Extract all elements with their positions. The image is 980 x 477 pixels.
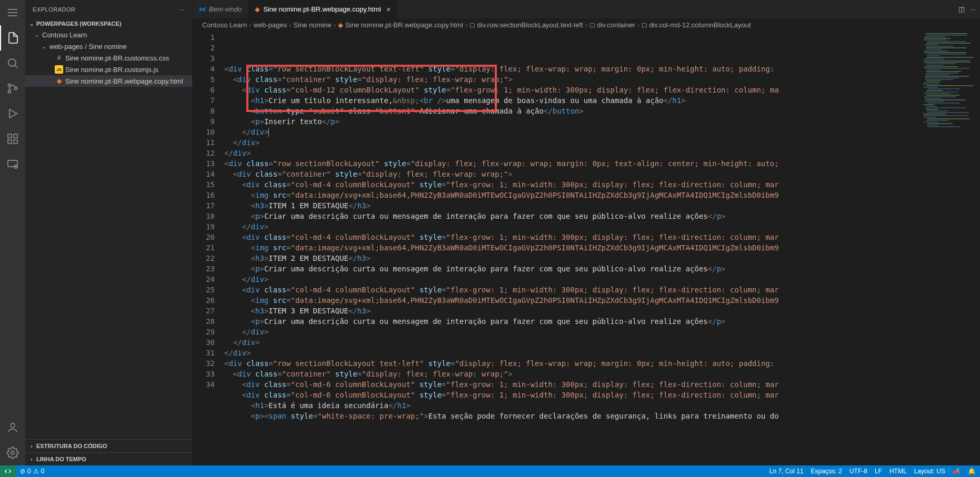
folder-row[interactable]: ⌄ web-pages / Sine nomine — [25, 40, 192, 52]
svg-point-16 — [11, 451, 14, 454]
breadcrumb-segment[interactable]: Sine nomine — [294, 21, 332, 29]
source-control-icon[interactable] — [0, 76, 25, 101]
chevron-down-icon: ⌄ — [34, 32, 40, 38]
breadcrumb-segment[interactable]: web-pages — [254, 21, 287, 29]
close-icon[interactable]: × — [386, 5, 391, 14]
status-cursor[interactable]: Ln 7, Col 11 — [769, 468, 804, 475]
symbol-icon: ▢ — [589, 22, 595, 28]
svg-rect-10 — [14, 134, 17, 138]
breadcrumb-segment[interactable]: Sine nomine.pt-BR.webpage.copy.html — [345, 21, 463, 29]
file-row-active[interactable]: ◆ Sine nomine.pt-BR.webpage.copy.html — [25, 75, 192, 87]
breadcrumb-segment[interactable]: Contoso Learn — [202, 21, 247, 29]
activitybar — [0, 0, 25, 465]
more-actions-icon[interactable]: ··· — [970, 5, 976, 13]
js-file-icon: JS — [55, 65, 63, 74]
breadcrumb-segment[interactable]: div.row.sectionBlockLayout.text-left — [477, 21, 583, 29]
outline-panel[interactable]: › ESTRUTURA DO CÓDIGO — [25, 439, 192, 452]
sidebar-title: EXPLORADOR — [33, 6, 75, 13]
breadcrumb-segment[interactable]: div.col-md-12.columnBlockLayout — [649, 21, 751, 29]
chevron-right-icon: › — [28, 456, 35, 462]
account-icon[interactable] — [0, 415, 25, 440]
html-file-icon: ◆ — [338, 21, 343, 29]
symbol-icon: ▢ — [469, 22, 475, 28]
feedback-icon[interactable]: 📣 — [953, 468, 961, 475]
tab-bar: ⋈ Bem-vindo ◆ Sine nomine.pt-BR.webpage.… — [193, 0, 980, 18]
vscode-icon: ⋈ — [199, 5, 206, 13]
minimap[interactable] — [922, 31, 973, 465]
breadcrumb-segment[interactable]: div.container — [597, 21, 635, 29]
css-file-icon: # — [55, 54, 63, 62]
svg-rect-12 — [14, 140, 17, 144]
editor-actions: ◫ ··· — [954, 0, 980, 18]
file-row[interactable]: # Sine nomine.pt-BR.customcss.css — [25, 52, 192, 64]
extensions-icon[interactable] — [0, 126, 25, 151]
explorer-sidebar: EXPLORADOR ··· ⌄ POWERPAGES (WORKSPACE) … — [25, 0, 193, 465]
svg-marker-8 — [9, 109, 17, 118]
breadcrumb[interactable]: Contoso Learn› web-pages› Sine nomine› ◆… — [193, 18, 980, 31]
svg-rect-11 — [8, 140, 12, 144]
warning-icon: ⚠ — [33, 468, 39, 475]
timeline-label: LINHA DO TEMPO — [36, 456, 86, 462]
menu-icon[interactable] — [0, 0, 25, 25]
status-spaces[interactable]: Espaços: 2 — [811, 468, 842, 475]
search-icon[interactable] — [0, 50, 25, 76]
tab-label: Sine nomine.pt-BR.webpage.copy.html — [263, 5, 381, 13]
file-label: Sine nomine.pt-BR.webpage.copy.html — [65, 77, 183, 85]
split-editor-icon[interactable]: ◫ — [958, 5, 965, 13]
folder-label: web-pages / Sine nomine — [49, 43, 127, 50]
folder-row[interactable]: ⌄ Contoso Learn — [25, 29, 192, 40]
run-debug-icon[interactable] — [0, 101, 25, 126]
status-bar: ⊘0 ⚠0 Ln 7, Col 11 Espaços: 2 UTF-8 LF H… — [0, 465, 980, 477]
html-file-icon: ◆ — [255, 5, 260, 13]
html-file-icon: ◆ — [55, 77, 63, 85]
chevron-right-icon: › — [28, 443, 35, 449]
power-platform-icon[interactable] — [0, 151, 25, 177]
status-problems[interactable]: ⊘0 ⚠0 — [20, 468, 44, 475]
settings-gear-icon[interactable] — [0, 440, 25, 465]
chevron-down-icon: ⌄ — [41, 44, 47, 49]
svg-rect-13 — [8, 160, 17, 167]
editor-group: ⋈ Bem-vindo ◆ Sine nomine.pt-BR.webpage.… — [193, 0, 980, 465]
explorer-icon[interactable] — [0, 25, 25, 50]
line-gutter: 1234567891011121314151617181920212223242… — [193, 31, 224, 465]
svg-point-5 — [8, 84, 11, 87]
timeline-panel[interactable]: › LINHA DO TEMPO — [25, 452, 192, 465]
status-language[interactable]: HTML — [889, 468, 907, 475]
error-icon: ⊘ — [20, 468, 25, 475]
svg-point-3 — [8, 59, 16, 66]
svg-rect-9 — [8, 134, 12, 138]
status-layout[interactable]: Layout: US — [914, 468, 945, 475]
workspace-section[interactable]: ⌄ POWERPAGES (WORKSPACE) — [25, 18, 192, 29]
tab-active-file[interactable]: ◆ Sine nomine.pt-BR.webpage.copy.html × — [248, 0, 397, 18]
file-label: Sine nomine.pt-BR.customjs.js — [65, 66, 158, 74]
file-tree: ⌄ Contoso Learn ⌄ web-pages / Sine nomin… — [25, 29, 192, 87]
notifications-icon[interactable]: 🔔 — [968, 468, 976, 475]
status-eol[interactable]: LF — [875, 468, 882, 475]
status-encoding[interactable]: UTF-8 — [849, 468, 867, 475]
remote-indicator[interactable] — [0, 465, 16, 477]
tab-label: Bem-vindo — [209, 5, 242, 13]
tab-welcome[interactable]: ⋈ Bem-vindo — [193, 0, 248, 18]
outline-label: ESTRUTURA DO CÓDIGO — [36, 443, 107, 449]
svg-point-7 — [15, 87, 17, 90]
svg-line-4 — [15, 66, 17, 68]
chevron-down-icon: ⌄ — [28, 21, 35, 27]
sidebar-more-icon[interactable]: ··· — [179, 6, 185, 13]
folder-label: Contoso Learn — [42, 31, 87, 39]
code-editor[interactable]: 1234567891011121314151617181920212223242… — [193, 31, 980, 465]
symbol-icon: ▢ — [642, 22, 647, 28]
sidebar-title-bar: EXPLORADOR ··· — [25, 0, 192, 18]
svg-point-15 — [11, 423, 15, 428]
code-content[interactable]: <div class="row sectionBlockLayout text-… — [224, 31, 980, 465]
file-label: Sine nomine.pt-BR.customcss.css — [65, 54, 169, 62]
workbench: EXPLORADOR ··· ⌄ POWERPAGES (WORKSPACE) … — [0, 0, 980, 465]
svg-point-6 — [8, 90, 11, 93]
file-row[interactable]: JS Sine nomine.pt-BR.customjs.js — [25, 64, 192, 75]
workspace-label: POWERPAGES (WORKSPACE) — [36, 21, 122, 27]
